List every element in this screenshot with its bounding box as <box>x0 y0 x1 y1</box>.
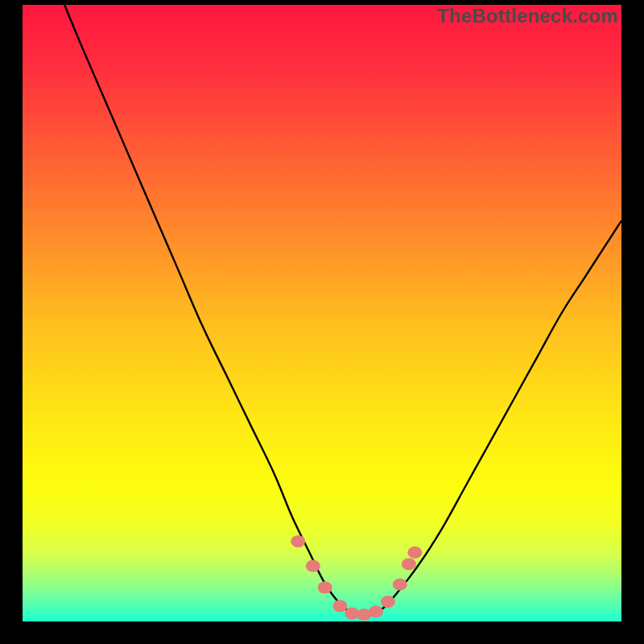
highlight-dot <box>306 560 320 572</box>
highlight-dot <box>291 535 305 547</box>
highlight-dot <box>369 605 383 617</box>
highlight-dot <box>381 596 395 608</box>
bottleneck-curve <box>23 5 621 621</box>
highlight-dot <box>332 600 347 612</box>
highlight-dot <box>393 579 407 591</box>
curve-line <box>64 5 621 616</box>
highlight-dot <box>318 581 332 593</box>
chart-frame: TheBottleneck.com <box>0 0 644 644</box>
highlight-dot <box>402 558 416 570</box>
plot-area <box>23 5 621 621</box>
watermark-text: TheBottleneck.com <box>437 5 618 27</box>
highlight-dot <box>407 547 422 559</box>
